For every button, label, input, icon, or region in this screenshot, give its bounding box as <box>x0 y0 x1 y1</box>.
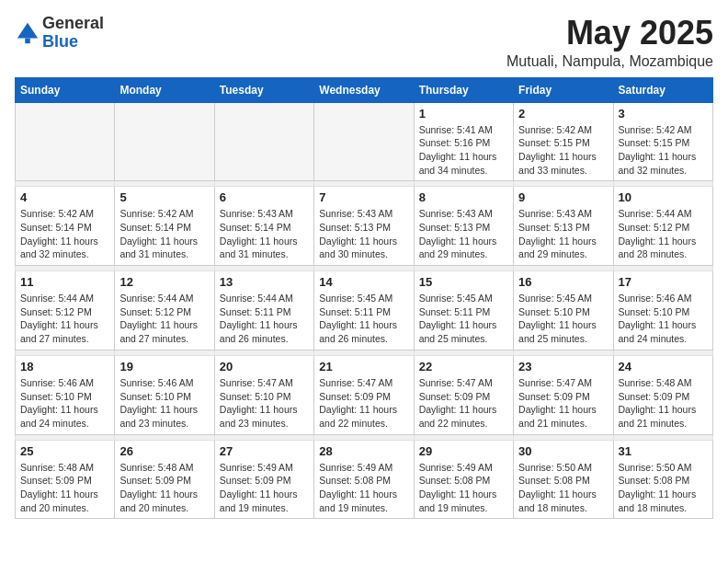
day-info: Sunrise: 5:44 AMSunset: 5:11 PMDaylight:… <box>220 292 309 346</box>
calendar-cell: 8Sunrise: 5:43 AMSunset: 5:13 PMDaylight… <box>414 187 513 266</box>
calendar-cell: 4Sunrise: 5:42 AMSunset: 5:14 PMDaylight… <box>16 187 115 266</box>
day-number: 20 <box>220 360 309 373</box>
calendar-cell <box>214 102 313 181</box>
day-number: 19 <box>119 360 209 373</box>
logo-blue: Blue <box>42 33 104 52</box>
svg-marker-0 <box>17 23 38 39</box>
calendar-cell <box>115 102 214 181</box>
day-info: Sunrise: 5:42 AMSunset: 5:14 PMDaylight:… <box>119 207 209 261</box>
header-tuesday: Tuesday <box>214 77 313 102</box>
header-sunday: Sunday <box>16 77 115 102</box>
header-friday: Friday <box>514 77 613 102</box>
calendar-cell: 22Sunrise: 5:47 AMSunset: 5:09 PMDayligh… <box>414 355 513 434</box>
calendar-cell: 14Sunrise: 5:45 AMSunset: 5:11 PMDayligh… <box>314 271 414 350</box>
calendar-cell: 1Sunrise: 5:41 AMSunset: 5:16 PMDaylight… <box>414 102 513 181</box>
day-number: 2 <box>518 107 608 121</box>
day-number: 11 <box>20 275 109 289</box>
day-number: 14 <box>319 275 408 289</box>
calendar-week-row-2: 4Sunrise: 5:42 AMSunset: 5:14 PMDaylight… <box>16 187 713 266</box>
calendar-cell: 19Sunrise: 5:46 AMSunset: 5:10 PMDayligh… <box>115 355 214 434</box>
calendar-cell: 5Sunrise: 5:42 AMSunset: 5:14 PMDaylight… <box>115 187 214 266</box>
day-number: 5 <box>119 190 209 204</box>
day-info: Sunrise: 5:48 AMSunset: 5:09 PMDaylight:… <box>20 461 109 515</box>
day-number: 26 <box>119 444 209 458</box>
calendar-cell: 12Sunrise: 5:44 AMSunset: 5:12 PMDayligh… <box>115 271 214 350</box>
logo-general: General <box>42 15 104 33</box>
day-info: Sunrise: 5:43 AMSunset: 5:14 PMDaylight:… <box>220 207 309 261</box>
day-info: Sunrise: 5:42 AMSunset: 5:15 PMDaylight:… <box>619 123 708 178</box>
day-number: 22 <box>419 360 508 373</box>
day-number: 1 <box>419 107 508 121</box>
day-number: 23 <box>518 360 608 373</box>
calendar-cell: 25Sunrise: 5:48 AMSunset: 5:09 PMDayligh… <box>16 440 115 519</box>
calendar-cell: 27Sunrise: 5:49 AMSunset: 5:09 PMDayligh… <box>214 440 313 519</box>
day-number: 18 <box>20 360 109 373</box>
day-info: Sunrise: 5:49 AMSunset: 5:09 PMDaylight:… <box>220 461 309 515</box>
day-number: 6 <box>220 190 309 204</box>
day-info: Sunrise: 5:47 AMSunset: 5:10 PMDaylight:… <box>220 376 309 431</box>
day-info: Sunrise: 5:45 AMSunset: 5:11 PMDaylight:… <box>419 292 508 346</box>
calendar-cell: 30Sunrise: 5:50 AMSunset: 5:08 PMDayligh… <box>514 440 613 519</box>
month-title: May 2025 <box>506 15 713 52</box>
calendar-week-row-5: 25Sunrise: 5:48 AMSunset: 5:09 PMDayligh… <box>16 440 713 519</box>
calendar-header-row: Sunday Monday Tuesday Wednesday Thursday… <box>16 77 713 102</box>
day-info: Sunrise: 5:48 AMSunset: 5:09 PMDaylight:… <box>119 461 209 515</box>
day-number: 8 <box>419 190 508 204</box>
svg-rect-1 <box>25 38 30 43</box>
page-header: General Blue May 2025 Mutuali, Nampula, … <box>15 15 713 70</box>
day-info: Sunrise: 5:46 AMSunset: 5:10 PMDaylight:… <box>619 292 708 346</box>
header-monday: Monday <box>115 77 214 102</box>
calendar-cell: 31Sunrise: 5:50 AMSunset: 5:08 PMDayligh… <box>613 440 712 519</box>
day-info: Sunrise: 5:48 AMSunset: 5:09 PMDaylight:… <box>619 376 708 431</box>
day-info: Sunrise: 5:44 AMSunset: 5:12 PMDaylight:… <box>20 292 109 346</box>
day-number: 24 <box>619 360 708 373</box>
day-info: Sunrise: 5:43 AMSunset: 5:13 PMDaylight:… <box>319 207 408 261</box>
day-number: 3 <box>619 107 708 121</box>
calendar-cell: 18Sunrise: 5:46 AMSunset: 5:10 PMDayligh… <box>16 355 115 434</box>
day-number: 17 <box>619 275 708 289</box>
calendar-cell: 11Sunrise: 5:44 AMSunset: 5:12 PMDayligh… <box>16 271 115 350</box>
calendar-cell: 15Sunrise: 5:45 AMSunset: 5:11 PMDayligh… <box>414 271 513 350</box>
day-info: Sunrise: 5:43 AMSunset: 5:13 PMDaylight:… <box>419 207 508 261</box>
header-saturday: Saturday <box>613 77 712 102</box>
day-info: Sunrise: 5:47 AMSunset: 5:09 PMDaylight:… <box>419 376 508 431</box>
calendar-cell: 26Sunrise: 5:48 AMSunset: 5:09 PMDayligh… <box>115 440 214 519</box>
day-info: Sunrise: 5:44 AMSunset: 5:12 PMDaylight:… <box>619 207 708 261</box>
day-number: 4 <box>20 190 109 204</box>
day-info: Sunrise: 5:49 AMSunset: 5:08 PMDaylight:… <box>319 461 408 515</box>
calendar-week-row-4: 18Sunrise: 5:46 AMSunset: 5:10 PMDayligh… <box>16 355 713 434</box>
day-number: 13 <box>220 275 309 289</box>
header-wednesday: Wednesday <box>314 77 414 102</box>
header-thursday: Thursday <box>414 77 513 102</box>
day-info: Sunrise: 5:45 AMSunset: 5:11 PMDaylight:… <box>319 292 408 346</box>
day-number: 16 <box>518 275 608 289</box>
day-info: Sunrise: 5:47 AMSunset: 5:09 PMDaylight:… <box>518 376 608 431</box>
calendar-cell: 16Sunrise: 5:45 AMSunset: 5:10 PMDayligh… <box>514 271 613 350</box>
logo: General Blue <box>15 15 104 52</box>
day-number: 31 <box>619 444 708 458</box>
location-title: Mutuali, Nampula, Mozambique <box>506 53 713 70</box>
title-block: May 2025 Mutuali, Nampula, Mozambique <box>506 15 713 70</box>
calendar-cell: 13Sunrise: 5:44 AMSunset: 5:11 PMDayligh… <box>214 271 313 350</box>
logo-text: General Blue <box>42 15 104 52</box>
day-info: Sunrise: 5:42 AMSunset: 5:14 PMDaylight:… <box>20 207 109 261</box>
calendar-cell: 24Sunrise: 5:48 AMSunset: 5:09 PMDayligh… <box>613 355 712 434</box>
calendar-cell: 2Sunrise: 5:42 AMSunset: 5:15 PMDaylight… <box>514 102 613 181</box>
day-number: 30 <box>518 444 608 458</box>
day-info: Sunrise: 5:46 AMSunset: 5:10 PMDaylight:… <box>119 376 209 431</box>
calendar-week-row-3: 11Sunrise: 5:44 AMSunset: 5:12 PMDayligh… <box>16 271 713 350</box>
day-info: Sunrise: 5:43 AMSunset: 5:13 PMDaylight:… <box>518 207 608 261</box>
calendar-cell: 6Sunrise: 5:43 AMSunset: 5:14 PMDaylight… <box>214 187 313 266</box>
day-number: 7 <box>319 190 408 204</box>
day-number: 21 <box>319 360 408 373</box>
calendar-cell: 20Sunrise: 5:47 AMSunset: 5:10 PMDayligh… <box>214 355 313 434</box>
day-info: Sunrise: 5:46 AMSunset: 5:10 PMDaylight:… <box>20 376 109 431</box>
calendar-cell: 28Sunrise: 5:49 AMSunset: 5:08 PMDayligh… <box>314 440 414 519</box>
day-info: Sunrise: 5:45 AMSunset: 5:10 PMDaylight:… <box>518 292 608 346</box>
calendar-cell: 10Sunrise: 5:44 AMSunset: 5:12 PMDayligh… <box>613 187 712 266</box>
day-number: 10 <box>619 190 708 204</box>
logo-icon <box>15 20 40 46</box>
day-info: Sunrise: 5:42 AMSunset: 5:15 PMDaylight:… <box>518 123 608 178</box>
day-number: 9 <box>518 190 608 204</box>
day-number: 29 <box>419 444 508 458</box>
